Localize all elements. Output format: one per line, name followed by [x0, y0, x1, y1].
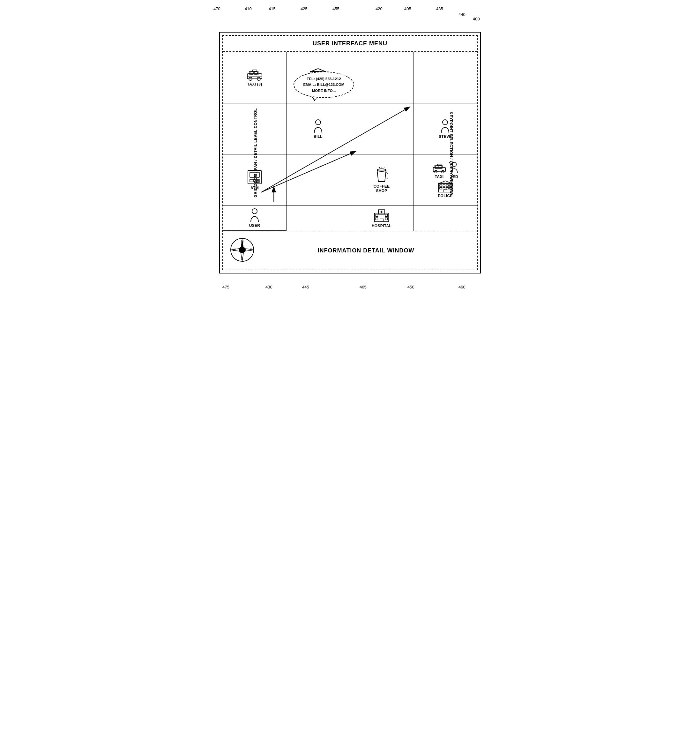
atm-icon: $ [247, 170, 262, 184]
svg-rect-41 [449, 184, 452, 186]
svg-rect-26 [255, 181, 259, 183]
grid-cell-r3c4[interactable]: TAXI TED [414, 155, 477, 205]
svg-rect-45 [449, 187, 452, 189]
svg-rect-39 [443, 184, 445, 186]
svg-text:$: $ [254, 174, 256, 177]
taxi2-icon [432, 164, 447, 173]
hospital-label: HOSPITAL [372, 224, 391, 228]
svg-rect-40 [446, 184, 448, 186]
svg-rect-43 [443, 187, 445, 189]
ref-450: 450 [408, 284, 414, 289]
grid-cell-user[interactable]: USER [223, 205, 286, 231]
svg-rect-53 [385, 214, 388, 216]
svg-rect-55 [385, 217, 388, 220]
svg-text:E: E [250, 248, 252, 252]
speech-bubble: TEL: (425) 555-1212 EMAIL: BILL@123.COM … [294, 72, 354, 98]
map-area: GRID ZOOM / PAN / DETAIL LEVEL CONTROL K… [222, 35, 478, 270]
svg-point-47 [252, 209, 257, 214]
svg-text:N: N [241, 240, 244, 244]
svg-point-62 [239, 247, 245, 253]
ref-400: 400 [473, 17, 480, 21]
page-container: 470 410 415 425 455 420 405 435 440 400 … [206, 6, 494, 292]
ref-435: 435 [436, 6, 443, 11]
speech-line3: MORE INFO... [299, 88, 348, 94]
taxi-icon-wrapper: TAXI (3) [246, 69, 263, 86]
menu-bar-label: USER INTERFACE MENU [312, 40, 388, 47]
ref-445: 445 [302, 284, 309, 289]
outer-box: GRID ZOOM / PAN / DETAIL LEVEL CONTROL K… [219, 32, 481, 274]
ref-475: 475 [222, 284, 230, 289]
grid-cell-taxi[interactable]: TAXI (3) [223, 52, 286, 103]
hospital-building-icon [374, 208, 389, 222]
grid-cell-r1c4 [414, 52, 477, 103]
bill-person-icon [312, 119, 323, 133]
svg-point-35 [452, 162, 456, 166]
police-building-icon [438, 180, 453, 192]
menu-bar: USER INTERFACE MENU [223, 36, 477, 52]
svg-rect-6 [252, 70, 257, 72]
grid-cell-hospital[interactable]: HOSPITAL [350, 205, 414, 231]
bill-icon-wrapper: BILL [312, 119, 323, 139]
grid-cell-r2c1 [223, 103, 286, 155]
police-icon-wrapper: POLICE [438, 180, 453, 198]
grid-cell-r4c4 [414, 205, 477, 231]
svg-rect-46 [444, 189, 447, 192]
grid-cell-school[interactable]: SCHOOL TEL: (425) 555-1212 EMAIL: BILL@1… [286, 52, 350, 103]
ref-430: 430 [266, 284, 272, 289]
taxi-label: TAXI (3) [247, 82, 262, 86]
svg-point-19 [316, 120, 321, 125]
svg-rect-54 [375, 217, 378, 220]
grid-cell-atm[interactable]: $ ATM [223, 155, 286, 205]
bill-label: BILL [314, 134, 323, 139]
compass-icon: N S E W [230, 237, 255, 263]
svg-text:S: S [241, 257, 244, 261]
coffee-label: COFFEESHOP [373, 184, 389, 193]
map-grid: TAXI (3) [223, 52, 477, 231]
grid-cell-r3c2 [286, 155, 350, 205]
ted-person-icon [450, 162, 459, 173]
compass-container: N S E W [230, 237, 255, 264]
svg-text:W: W [233, 248, 236, 252]
user-person-icon [249, 208, 260, 222]
ted-icon-wrapper: TED [450, 162, 459, 179]
police-label: POLICE [438, 194, 452, 198]
hospital-icon-wrapper: HOSPITAL [372, 208, 391, 228]
svg-rect-52 [375, 214, 378, 216]
ref-420: 420 [375, 6, 383, 11]
grid-cell-r4c2 [286, 205, 350, 231]
steve-icon-wrapper: STEVE [439, 119, 452, 139]
svg-rect-44 [446, 187, 448, 189]
info-window-label: INFORMATION DETAIL WINDOW [261, 247, 470, 254]
coffee-cup-icon [375, 167, 388, 183]
grid-cell-steve[interactable]: STEVE [414, 103, 477, 155]
grid-cell-coffee[interactable]: COFFEESHOP [350, 155, 414, 205]
svg-point-20 [442, 120, 448, 125]
svg-rect-56 [380, 219, 383, 222]
ref-440: 440 [458, 12, 466, 17]
svg-rect-36 [438, 183, 452, 192]
taxi2-icon-wrapper: TAXI [432, 164, 447, 179]
grid-cell-r2c3 [350, 103, 414, 155]
ref-425: 425 [300, 6, 308, 11]
svg-rect-25 [255, 179, 259, 181]
ref-460: 460 [458, 284, 466, 289]
ref-465: 465 [359, 284, 367, 289]
ref-415: 415 [269, 6, 276, 11]
svg-rect-42 [439, 187, 442, 189]
steve-label: STEVE [439, 134, 452, 139]
user-label: USER [249, 224, 260, 228]
svg-rect-24 [250, 179, 254, 182]
grid-cell-r1c3 [350, 52, 414, 103]
ref-470: 470 [213, 6, 220, 11]
ted-label: TED [450, 175, 458, 179]
ref-405: 405 [404, 6, 411, 11]
user-icon-wrapper: USER [249, 208, 260, 228]
svg-rect-38 [439, 184, 442, 186]
speech-line1: TEL: (425) 555-1212 [299, 76, 348, 82]
coffee-icon-wrapper: COFFEESHOP [373, 167, 389, 193]
atm-icon-wrapper: $ ATM [247, 170, 262, 190]
svg-marker-65 [245, 249, 254, 251]
ref-455: 455 [333, 6, 339, 11]
info-detail-window: N S E W INFORMATION DETAIL WINDOW [223, 231, 477, 270]
grid-cell-bill[interactable]: BILL [286, 103, 350, 155]
